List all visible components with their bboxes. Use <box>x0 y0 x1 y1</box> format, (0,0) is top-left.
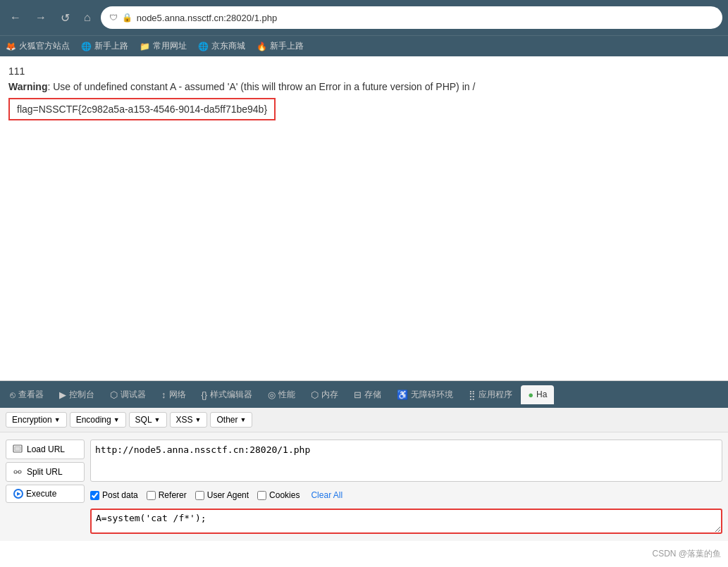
debugger-icon: ⬡ <box>110 390 118 400</box>
hackbar-panel: Encryption ▼ Encoding ▼ SQL ▼ XSS ▼ Othe… <box>0 408 728 541</box>
console-icon: ▶ <box>59 390 66 400</box>
devtools-tab-bar: ⎋ 查看器 ▶ 控制台 ⬡ 调试器 ↕ 网络 {} 样式编辑器 ◎ 性能 ⬡ 内… <box>0 381 728 408</box>
svg-point-2 <box>14 471 17 473</box>
bookmark-label-3: 常用网址 <box>153 40 187 52</box>
page-content: 111 Warning: Use of undefined constant A… <box>0 56 728 380</box>
other-menu[interactable]: Other ▼ <box>210 412 252 428</box>
tab-accessibility[interactable]: ♿ 无障碍环境 <box>390 385 460 405</box>
bookmarks-bar: 🦊 火狐官方站点 🌐 新手上路 📁 常用网址 🌐 京东商城 🔥 新手上路 <box>0 35 728 56</box>
bookmark-icon-5: 🔥 <box>257 42 267 51</box>
application-icon: ⣿ <box>469 390 476 400</box>
tab-network[interactable]: ↕ 网络 <box>154 385 193 405</box>
clear-all-button[interactable]: Clear All <box>308 489 345 501</box>
tab-debugger-label: 调试器 <box>121 389 146 401</box>
tab-memory[interactable]: ⬡ 内存 <box>304 385 345 405</box>
referer-label: Referer <box>159 490 187 500</box>
bookmark-4[interactable]: 🌐 京东商城 <box>198 40 245 52</box>
bookmark-label-2: 新手上路 <box>94 40 128 52</box>
sql-arrow: ▼ <box>154 416 161 423</box>
encoding-label: Encoding <box>76 415 111 425</box>
sql-menu[interactable]: SQL ▼ <box>129 412 167 428</box>
url-input[interactable] <box>90 440 722 482</box>
other-label: Other <box>216 415 237 425</box>
referer-checkbox[interactable] <box>147 491 156 500</box>
post-data-option[interactable]: Post data <box>90 490 138 500</box>
inspector-icon: ⎋ <box>10 390 16 400</box>
tab-memory-label: 内存 <box>321 389 338 401</box>
load-url-label: Load URL <box>27 444 65 454</box>
execute-button[interactable]: Execute <box>6 485 85 503</box>
tab-storage[interactable]: ⊟ 存储 <box>347 385 388 405</box>
flag-display: flag=NSSCTF{2c982a5a-a153-4546-9014-da5f… <box>8 98 276 120</box>
tab-application[interactable]: ⣿ 应用程序 <box>462 385 519 405</box>
split-url-button[interactable]: Split URL <box>6 462 85 482</box>
performance-icon: ◎ <box>268 390 276 400</box>
load-url-button[interactable]: Load URL <box>6 440 85 459</box>
tab-inspector[interactable]: ⎋ 查看器 <box>3 385 51 405</box>
accessibility-icon: ♿ <box>397 390 408 400</box>
network-icon: ↕ <box>161 390 166 400</box>
bookmark-icon-3: 📁 <box>140 42 150 51</box>
tab-network-label: 网络 <box>169 389 186 401</box>
tab-style-editor-label: 样式编辑器 <box>210 389 252 401</box>
memory-icon: ⬡ <box>311 390 319 400</box>
refresh-button[interactable]: ↺ <box>56 8 74 27</box>
browser-chrome: ← → ↺ ⌂ 🛡 🔒 node5.anna.nssctf.cn:28020/1… <box>0 0 728 56</box>
tab-storage-label: 存储 <box>364 389 381 401</box>
bookmark-label-4: 京东商城 <box>211 40 245 52</box>
post-data-checkbox[interactable] <box>90 491 99 500</box>
page-line-1: 111 <box>8 63 720 79</box>
cookies-option[interactable]: Cookies <box>257 490 300 500</box>
forward-button[interactable]: → <box>31 8 51 27</box>
encryption-label: Encryption <box>12 415 52 425</box>
bookmark-1[interactable]: 🦊 火狐官方站点 <box>6 40 70 52</box>
back-button[interactable]: ← <box>6 8 25 27</box>
tab-console[interactable]: ▶ 控制台 <box>52 385 101 405</box>
load-url-icon <box>12 444 23 455</box>
post-data-label: Post data <box>102 490 138 500</box>
csdn-watermark: CSDN @落葉的鱼 <box>652 548 721 560</box>
hackbar-icon: ● <box>528 390 533 400</box>
hackbar-options: Post data Referer User Agent Cookies C <box>90 486 722 504</box>
hackbar-sidebar: Load URL Split URL Execute <box>3 435 87 538</box>
user-agent-checkbox[interactable] <box>195 491 204 500</box>
bookmark-icon-2: 🌐 <box>81 42 92 51</box>
style-editor-icon: {} <box>202 390 208 400</box>
tab-hackbar-label: Ha <box>536 390 547 399</box>
home-button[interactable]: ⌂ <box>80 8 95 27</box>
bookmark-label-5: 新手上路 <box>270 40 304 52</box>
tab-debugger[interactable]: ⬡ 调试器 <box>103 385 153 405</box>
svg-point-3 <box>18 471 21 473</box>
hackbar-main-area: Post data Referer User Agent Cookies C <box>87 435 725 538</box>
bookmark-label-1: 火狐官方站点 <box>19 40 70 52</box>
user-agent-label: User Agent <box>207 490 249 500</box>
cookies-checkbox[interactable] <box>257 491 266 500</box>
xss-menu[interactable]: XSS ▼ <box>170 412 208 428</box>
encoding-menu[interactable]: Encoding ▼ <box>70 412 126 428</box>
browser-toolbar: ← → ↺ ⌂ 🛡 🔒 node5.anna.nssctf.cn:28020/1… <box>0 0 728 35</box>
bookmark-2[interactable]: 🌐 新手上路 <box>81 40 128 52</box>
warning-bold: Warning <box>8 81 47 92</box>
devtools-panel: ⎋ 查看器 ▶ 控制台 ⬡ 调试器 ↕ 网络 {} 样式编辑器 ◎ 性能 ⬡ 内… <box>0 380 728 541</box>
xss-label: XSS <box>176 415 193 425</box>
bookmark-3[interactable]: 📁 常用网址 <box>140 40 187 52</box>
tab-style-editor[interactable]: {} 样式编辑器 <box>195 385 260 405</box>
tab-hackbar[interactable]: ● Ha <box>521 385 554 404</box>
hackbar-body: Load URL Split URL Execute <box>0 432 728 541</box>
referer-option[interactable]: Referer <box>147 490 187 500</box>
lock-icon: 🔒 <box>122 13 132 23</box>
bookmark-5[interactable]: 🔥 新手上路 <box>257 40 304 52</box>
page-warning: Warning: Use of undefined constant A - a… <box>8 79 720 94</box>
post-data-input[interactable] <box>90 509 722 534</box>
address-bar[interactable]: 🛡 🔒 node5.anna.nssctf.cn:28020/1.php <box>101 6 722 29</box>
hackbar-menu-bar: Encryption ▼ Encoding ▼ SQL ▼ XSS ▼ Othe… <box>0 408 728 432</box>
cookies-label: Cookies <box>269 490 300 500</box>
user-agent-option[interactable]: User Agent <box>195 490 249 500</box>
encryption-menu[interactable]: Encryption ▼ <box>6 412 67 428</box>
tab-performance[interactable]: ◎ 性能 <box>261 385 302 405</box>
tab-application-label: 应用程序 <box>479 389 512 401</box>
split-url-label: Split URL <box>27 467 63 477</box>
tab-console-label: 控制台 <box>69 389 94 401</box>
svg-rect-1 <box>15 447 20 451</box>
sql-label: SQL <box>135 415 152 425</box>
